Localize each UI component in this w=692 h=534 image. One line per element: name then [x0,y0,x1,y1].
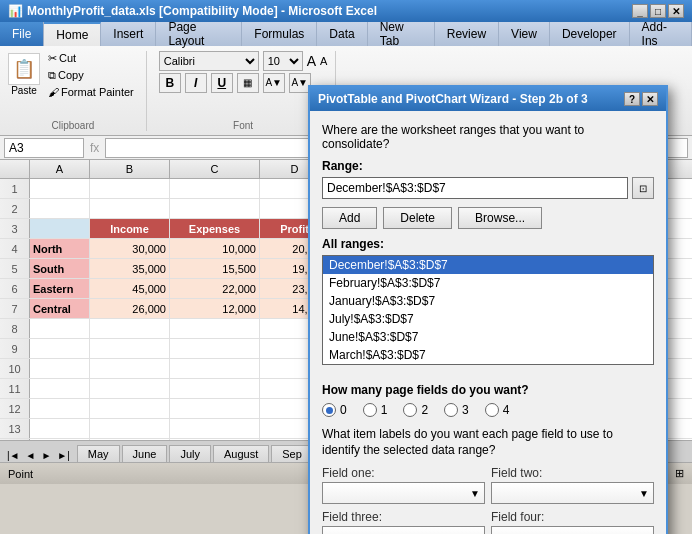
cell-c4[interactable]: 10,000 [170,239,260,258]
ranges-list[interactable]: December!$A$3:$D$7 February!$A$3:$D$7 Ja… [322,255,654,365]
radio-circle-0 [322,403,336,417]
dialog-help-btn[interactable]: ? [624,92,640,106]
range-item-march[interactable]: March!$A$3:$D$7 [323,346,653,364]
dialog-question: Where are the worksheet ranges that you … [322,123,654,151]
cell-b7[interactable]: 26,000 [90,299,170,318]
underline-button[interactable]: U [211,73,233,93]
tab-review[interactable]: Review [435,22,499,46]
range-picker-btn[interactable]: ⊡ [632,177,654,199]
sheet-tab-may[interactable]: May [77,445,120,462]
dialog-close-btn[interactable]: ✕ [642,92,658,106]
field-two-dropdown[interactable]: ▼ [491,482,654,504]
col-header-c[interactable]: C [170,160,260,178]
cut-button[interactable]: ✂Cut [44,51,138,66]
range-item-july[interactable]: July!$A$3:$D$7 [323,310,653,328]
close-btn[interactable]: ✕ [668,4,684,18]
radio-1[interactable]: 1 [363,403,388,417]
cell-a1[interactable] [30,179,90,198]
field-three-dropdown[interactable]: ▼ [322,526,485,534]
row-num: 4 [0,239,30,258]
cell-b4[interactable]: 30,000 [90,239,170,258]
decrease-font-btn[interactable]: A [320,55,327,67]
format-painter-button[interactable]: 🖌Format Painter [44,85,138,99]
maximize-btn[interactable]: □ [650,4,666,18]
next-sheet-btn[interactable]: ► [38,449,54,462]
tab-file[interactable]: File [0,22,44,46]
clipboard-section: 📋 Paste ✂Cut ⧉Copy 🖌Format Painter Clipb… [8,51,147,131]
bold-button[interactable]: B [159,73,181,93]
add-range-button[interactable]: Add [322,207,377,229]
cell-a2[interactable] [30,199,90,218]
cell-c3[interactable]: Expenses [170,219,260,238]
paste-button[interactable]: 📋 Paste [8,53,40,96]
italic-button[interactable]: I [185,73,207,93]
sheet-tab-august[interactable]: August [213,445,269,462]
font-size-select[interactable]: 10 [263,51,303,71]
tab-formulas[interactable]: Formulas [242,22,317,46]
tab-data[interactable]: Data [317,22,367,46]
row-num: 3 [0,219,30,238]
cell-b6[interactable]: 45,000 [90,279,170,298]
last-sheet-btn[interactable]: ►| [54,449,73,462]
cell-c1[interactable] [170,179,260,198]
title-bar-controls[interactable]: _ □ ✕ [632,4,684,18]
browse-button[interactable]: Browse... [458,207,542,229]
range-item-may[interactable]: May!$A$3:$D$7 [323,364,653,365]
range-item-february[interactable]: February!$A$3:$D$7 [323,274,653,292]
cell-b1[interactable] [90,179,170,198]
cell-c7[interactable]: 12,000 [170,299,260,318]
tab-page-layout[interactable]: Page Layout [156,22,242,46]
minimize-btn[interactable]: _ [632,4,648,18]
font-name-select[interactable]: Calibri [159,51,259,71]
cell-c2[interactable] [170,199,260,218]
prev-sheet-btn[interactable]: ◄ [23,449,39,462]
dialog-title-controls[interactable]: ? ✕ [624,92,658,106]
field-four-container: Field four: ▼ [491,510,654,534]
tab-developer[interactable]: Developer [550,22,630,46]
copy-button[interactable]: ⧉Copy [44,68,138,83]
range-item-january[interactable]: January!$A$3:$D$7 [323,292,653,310]
field-two-arrow: ▼ [639,488,649,499]
increase-font-btn[interactable]: A [307,53,316,69]
cell-a5[interactable]: South [30,259,90,278]
col-header-b[interactable]: B [90,160,170,178]
delete-range-button[interactable]: Delete [383,207,452,229]
range-item-december[interactable]: December!$A$3:$D$7 [323,256,653,274]
ranges-container: December!$A$3:$D$7 February!$A$3:$D$7 Ja… [322,255,654,375]
tab-insert[interactable]: Insert [101,22,156,46]
range-item-june[interactable]: June!$A$3:$D$7 [323,328,653,346]
field-one-dropdown[interactable]: ▼ [322,482,485,504]
fill-color-button[interactable]: A▼ [263,73,285,93]
sheet-tab-july[interactable]: July [169,445,211,462]
sheet-tab-june[interactable]: June [122,445,168,462]
sheet-tab-sep[interactable]: Sep [271,445,313,462]
tab-home[interactable]: Home [44,22,101,46]
tab-newtab[interactable]: New Tab [368,22,435,46]
cell-c5[interactable]: 15,500 [170,259,260,278]
tab-addins[interactable]: Add-Ins [630,22,692,46]
cell-b2[interactable] [90,199,170,218]
field-four-dropdown[interactable]: ▼ [491,526,654,534]
tab-view[interactable]: View [499,22,550,46]
cell-a3[interactable] [30,219,90,238]
name-box[interactable] [4,138,84,158]
title-bar: 📊 MonthlyProfit_data.xls [Compatibility … [0,0,692,22]
cell-c6[interactable]: 22,000 [170,279,260,298]
range-input[interactable] [322,177,628,199]
cell-b3[interactable]: Income [90,219,170,238]
dialog-title-text: PivotTable and PivotChart Wizard - Step … [318,92,588,106]
cut-copy-btns: ✂Cut ⧉Copy 🖌Format Painter [44,51,138,99]
first-sheet-btn[interactable]: |◄ [4,449,23,462]
col-header-a[interactable]: A [30,160,90,178]
cell-a6[interactable]: Eastern [30,279,90,298]
sheet-nav[interactable]: |◄ ◄ ► ►| [0,449,77,462]
border-button[interactable]: ▦ [237,73,259,93]
radio-4[interactable]: 4 [485,403,510,417]
cell-a4[interactable]: North [30,239,90,258]
page-fields-question: How many page fields do you want? [322,383,654,397]
radio-3[interactable]: 3 [444,403,469,417]
radio-0[interactable]: 0 [322,403,347,417]
cell-a7[interactable]: Central [30,299,90,318]
cell-b5[interactable]: 35,000 [90,259,170,278]
radio-2[interactable]: 2 [403,403,428,417]
